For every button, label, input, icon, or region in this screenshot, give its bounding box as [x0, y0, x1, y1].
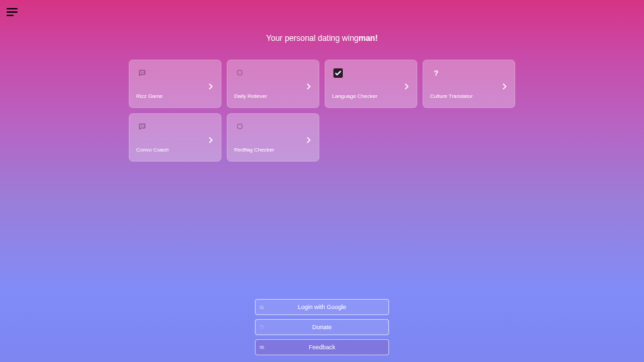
svg-point-9: [144, 126, 144, 127]
feedback-label: Feedback: [309, 344, 335, 351]
tagline: Your personal dating wingman!: [0, 34, 644, 43]
card-label: Culture Translator: [430, 93, 508, 99]
chat-icon: [138, 68, 147, 78]
card-convo-coach[interactable]: Convo Coach: [129, 113, 221, 162]
chevron-right-icon: [501, 80, 508, 87]
svg-point-8: [142, 126, 143, 127]
donate-button[interactable]: ♡ Donate: [255, 319, 389, 335]
tagline-bold: man!: [358, 34, 378, 43]
google-icon: G: [260, 304, 264, 310]
card-label: Redflag Checker: [234, 147, 312, 153]
question-icon: ?: [431, 68, 441, 78]
chevron-right-icon: [207, 80, 214, 87]
svg-point-3: [141, 72, 142, 73]
svg-point-4: [142, 72, 143, 73]
card-language-checker[interactable]: Language Checker: [325, 60, 417, 108]
heart-icon: ♡: [260, 324, 264, 330]
card-label: Rizz Game: [136, 93, 214, 99]
svg-point-7: [141, 126, 142, 127]
cards-grid: Rizz Game Daily Reliever Language Checke…: [0, 60, 644, 162]
svg-point-5: [144, 72, 144, 73]
donate-label: Donate: [312, 324, 331, 330]
card-daily-reliever[interactable]: Daily Reliever: [227, 60, 319, 108]
bottom-buttons: G Login with Google ♡ Donate ✉ Feedback: [255, 299, 389, 355]
svg-rect-1: [7, 11, 17, 13]
menu-toggle[interactable]: [7, 7, 17, 15]
tagline-prefix: Your personal dating wing: [266, 34, 359, 43]
brain-icon: [235, 68, 245, 78]
card-label: Daily Reliever: [234, 93, 312, 99]
svg-rect-2: [7, 15, 13, 16]
login-google-button[interactable]: G Login with Google: [255, 299, 389, 315]
chevron-right-icon: [305, 134, 312, 141]
brain-icon: [235, 122, 245, 131]
card-redflag-checker[interactable]: Redflag Checker: [227, 113, 319, 162]
chat-icon: [138, 122, 147, 131]
chevron-right-icon: [207, 134, 214, 141]
feedback-button[interactable]: ✉ Feedback: [255, 339, 389, 355]
chevron-right-icon: [305, 80, 312, 87]
card-rizz-game[interactable]: Rizz Game: [129, 60, 221, 108]
hamburger-icon: [7, 8, 17, 16]
login-label: Login with Google: [298, 304, 346, 310]
svg-rect-0: [7, 8, 17, 9]
card-label: Language Checker: [332, 93, 410, 99]
check-icon: [333, 68, 343, 78]
card-culture-translator[interactable]: ? Culture Translator: [423, 60, 515, 108]
card-label: Convo Coach: [136, 147, 214, 153]
chevron-right-icon: [403, 80, 410, 87]
envelope-icon: ✉: [260, 345, 264, 351]
